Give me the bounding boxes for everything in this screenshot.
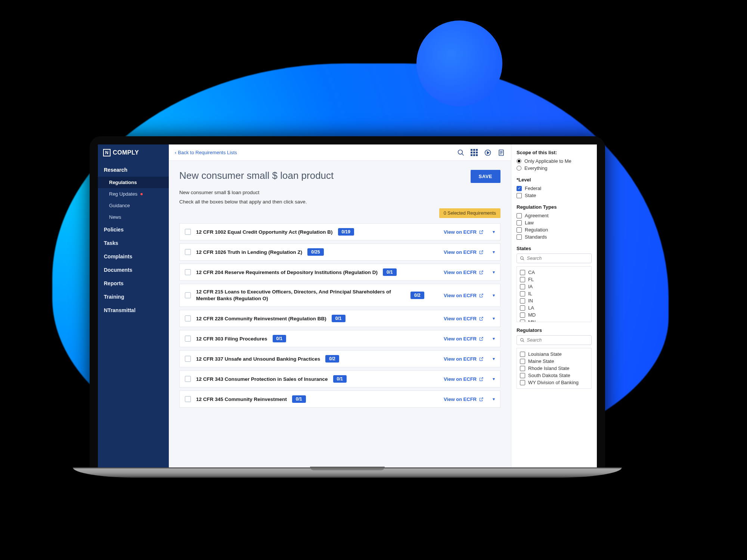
chevron-down-icon[interactable]: ▾	[493, 270, 495, 275]
level-check-federal[interactable]: ✓Federal	[517, 185, 592, 192]
regulator-check[interactable]: WY Division of Banking	[520, 379, 588, 386]
chevron-down-icon[interactable]: ▾	[493, 316, 495, 321]
regulator-check[interactable]: Louisiana State	[520, 351, 588, 358]
chevron-down-icon[interactable]: ▾	[493, 336, 495, 341]
regulator-check[interactable]: South Dakota State	[520, 372, 588, 379]
view-ecfr-link[interactable]: View on ECFR	[444, 396, 484, 402]
main-area: ‹ Back to Requirements Lists	[169, 144, 597, 467]
states-heading: States	[517, 246, 592, 251]
view-ecfr-link[interactable]: View on ECFR	[444, 316, 484, 321]
regulators-search[interactable]	[517, 335, 592, 345]
states-search-input[interactable]	[527, 256, 588, 261]
brand-logo[interactable]: N COMPLY	[98, 144, 169, 161]
regulation-checkbox[interactable]	[185, 376, 191, 382]
checkbox-icon	[520, 380, 525, 385]
regulation-checkbox[interactable]	[185, 292, 191, 298]
selected-requirements-badge: 0 Selected Requirements	[439, 208, 500, 218]
back-link[interactable]: ‹ Back to Requirements Lists	[175, 150, 237, 155]
states-list: CAFLIAILINLAMDMNMSNY	[517, 266, 592, 322]
regulation-checkbox[interactable]	[185, 249, 191, 255]
view-ecfr-link[interactable]: View on ECFR	[444, 376, 484, 382]
nav-sub-guidance[interactable]: Guidance	[98, 200, 169, 211]
state-check[interactable]: IL	[520, 290, 588, 297]
content-column: ‹ Back to Requirements Lists	[169, 144, 511, 467]
regulation-checkbox[interactable]	[185, 396, 191, 402]
regulation-title: 12 CFR 215 Loans to Executive Officers, …	[196, 289, 405, 302]
checkbox-icon	[517, 213, 522, 218]
chevron-down-icon[interactable]: ▾	[493, 293, 495, 298]
chevron-down-icon[interactable]: ▾	[493, 356, 495, 361]
checkbox-icon: ✓	[517, 186, 522, 191]
view-ecfr-link[interactable]: View on ECFR	[444, 249, 484, 255]
checkbox-icon	[520, 352, 525, 357]
topbar-icons	[457, 149, 505, 156]
chevron-down-icon[interactable]: ▾	[493, 229, 495, 234]
background-blob-small	[416, 21, 502, 106]
nav-sub-reg-updates[interactable]: Reg Updates	[98, 188, 169, 200]
regulation-row: 12 CFR 1026 Truth in Lending (Regulation…	[179, 243, 500, 261]
nav-training[interactable]: Training	[98, 290, 169, 304]
chevron-down-icon[interactable]: ▾	[493, 376, 495, 382]
save-button[interactable]: SAVE	[471, 170, 500, 183]
state-check[interactable]: LA	[520, 304, 588, 311]
nav-documents[interactable]: Documents	[98, 263, 169, 277]
checkbox-icon	[520, 284, 525, 289]
svg-point-9	[521, 338, 523, 341]
nav-complaints[interactable]: Complaints	[98, 250, 169, 263]
regulation-row: 12 CFR 337 Unsafe and Unsound Banking Pr…	[179, 350, 500, 367]
states-search[interactable]	[517, 253, 592, 263]
view-ecfr-link[interactable]: View on ECFR	[444, 229, 484, 235]
chevron-down-icon[interactable]: ▾	[493, 249, 495, 255]
state-check[interactable]: MD	[520, 311, 588, 318]
search-icon[interactable]	[457, 149, 465, 156]
level-check-state[interactable]: State	[517, 192, 592, 199]
view-ecfr-link[interactable]: View on ECFR	[444, 356, 484, 362]
regulator-check[interactable]: Rhode Island State	[520, 365, 588, 372]
nav-sub-news[interactable]: News	[98, 211, 169, 223]
external-link-icon	[479, 397, 484, 402]
regulation-checkbox[interactable]	[185, 229, 191, 235]
regulation-row: 12 CFR 1002 Equal Credit Opportunity Act…	[179, 223, 500, 240]
regtype-check[interactable]: Regulation	[517, 226, 592, 233]
state-check[interactable]: FL	[520, 276, 588, 283]
app-root: N COMPLY Research Regulations Reg Update…	[98, 144, 597, 467]
nav-research[interactable]: Research	[98, 163, 169, 177]
regulation-count-badge: 0/1	[332, 315, 345, 322]
regtype-check[interactable]: Law	[517, 219, 592, 226]
state-check[interactable]: IA	[520, 283, 588, 290]
view-ecfr-link[interactable]: View on ECFR	[444, 336, 484, 342]
scope-radio-everything[interactable]: Everything	[517, 165, 592, 172]
regulator-check[interactable]: Maine State	[520, 358, 588, 365]
regulation-checkbox[interactable]	[185, 315, 191, 321]
apps-grid-icon[interactable]	[471, 149, 478, 156]
regulation-checkbox[interactable]	[185, 269, 191, 275]
sidebar: N COMPLY Research Regulations Reg Update…	[98, 144, 169, 467]
play-circle-icon[interactable]	[484, 149, 492, 156]
view-ecfr-link[interactable]: View on ECFR	[444, 270, 484, 275]
regulation-checkbox[interactable]	[185, 336, 191, 342]
chevron-down-icon[interactable]: ▾	[493, 396, 495, 402]
regulation-row: 12 CFR 204 Reserve Requirements of Depos…	[179, 264, 500, 281]
nav-tasks[interactable]: Tasks	[98, 236, 169, 250]
state-check[interactable]: CA	[520, 269, 588, 276]
scope-heading: Scope of this list:	[517, 150, 592, 155]
nav-reports[interactable]: Reports	[98, 277, 169, 290]
nav-policies[interactable]: Policies	[98, 223, 169, 236]
document-icon[interactable]	[498, 149, 505, 156]
regulations-list: 12 CFR 1002 Equal Credit Opportunity Act…	[179, 223, 500, 408]
checkbox-icon	[520, 270, 525, 275]
view-ecfr-link[interactable]: View on ECFR	[444, 293, 484, 298]
scope-radio-applicable[interactable]: Only Applicable to Me	[517, 158, 592, 165]
topbar: ‹ Back to Requirements Lists	[169, 144, 511, 161]
nav-ntransmittal[interactable]: NTransmittal	[98, 304, 169, 317]
regulation-count-badge: 0/1	[383, 268, 397, 276]
checkbox-icon	[520, 320, 525, 323]
state-check[interactable]: IN	[520, 297, 588, 304]
regulation-checkbox[interactable]	[185, 356, 191, 362]
nav-sub-regulations[interactable]: Regulations	[98, 177, 169, 188]
regulators-search-input[interactable]	[527, 337, 588, 343]
regtype-check[interactable]: Standards	[517, 233, 592, 240]
regtype-check[interactable]: Agreement	[517, 212, 592, 219]
state-check[interactable]: MN	[520, 318, 588, 322]
regulation-count-badge: 0/2	[325, 355, 339, 363]
